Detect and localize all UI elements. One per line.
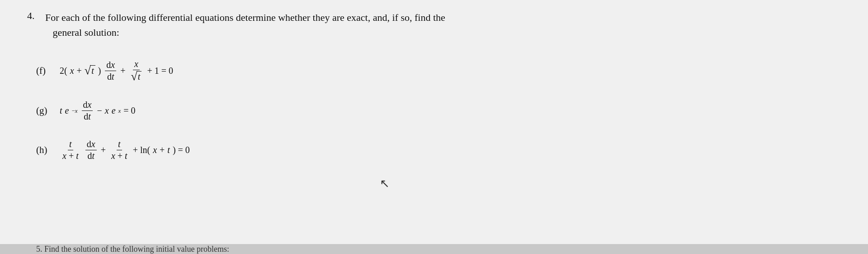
frac-dx-dt-h: dx dt [85, 139, 97, 161]
frac-dx-dt-f: dx dt [105, 60, 116, 82]
sqrt-t-denom-f: √ t [131, 71, 142, 82]
part-f-equation: 2(x + √ t ) dx dt + x √ t [60, 59, 173, 82]
bottom-cutoff-text: 5. Find the solution of the following in… [0, 244, 868, 254]
intro-line2: general solution: [45, 25, 445, 40]
question-number: 4. [27, 10, 35, 22]
part-f: (f) 2(x + √ t ) dx dt + x √ t [36, 59, 190, 82]
page: 4. For each of the following differentia… [0, 0, 868, 254]
sqrt-t-f: √ t [85, 65, 95, 77]
part-g-label: (g) [36, 105, 54, 116]
frac-dx-dt-g: dx dt [82, 100, 93, 122]
part-h: (h) t x + t dx dt + t x + t + ln(x + t) … [36, 139, 190, 161]
frac-x-sqrtt-f: x √ t [130, 59, 143, 82]
frac-t-xplust-h: t x + t [61, 139, 80, 161]
frac-t-xplust2-h: t x + t [110, 139, 129, 161]
part-h-equation: t x + t dx dt + t x + t + ln(x + t) = 0 [60, 139, 190, 161]
part-h-label: (h) [36, 144, 54, 156]
question-intro: For each of the following differential e… [45, 10, 445, 40]
intro-line1: For each of the following differential e… [45, 10, 445, 25]
part-g: (g) te−x dx dt − xex = 0 [36, 100, 190, 122]
parts-container: (f) 2(x + √ t ) dx dt + x √ t [36, 59, 190, 178]
cursor-icon: ↖ [380, 177, 390, 191]
part-f-label: (f) [36, 65, 54, 77]
part-g-equation: te−x dx dt − xex = 0 [60, 100, 136, 122]
